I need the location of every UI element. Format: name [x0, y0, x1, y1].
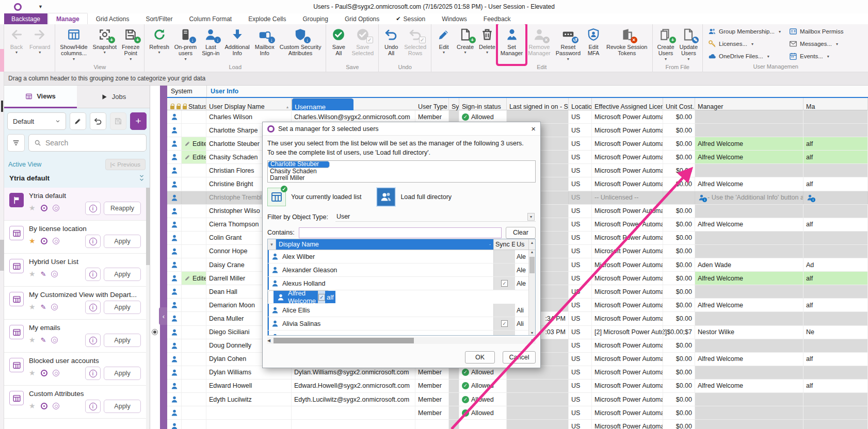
ribbon-button[interactable]: +Create▾	[454, 24, 476, 64]
dropdown-arrow-icon[interactable]: ▾	[527, 213, 535, 221]
view-info-button[interactable]: i	[85, 367, 101, 380]
ribbon-menu-button[interactable]: Events...▾	[789, 52, 843, 60]
favorite-star-icon[interactable]: ★	[29, 271, 36, 277]
apply-view-button[interactable]: Reapply	[104, 202, 141, 215]
checkbox-checked-icon[interactable]: ✓	[318, 294, 325, 301]
ribbon-menu-button[interactable]: Mailbox Permiss▾	[789, 27, 843, 36]
favorite-star-icon[interactable]: ★	[29, 370, 36, 376]
filter-button[interactable]	[7, 134, 25, 152]
sync-enabled-cell[interactable]: ✓	[493, 304, 515, 317]
favorite-star-icon[interactable]: ★	[29, 304, 36, 310]
ribbon-menu-button[interactable]: Messages...▾	[789, 40, 843, 48]
tab-views[interactable]: Views	[4, 86, 77, 108]
ribbon-tab[interactable]: ✔Column Format	[181, 13, 239, 24]
apply-view-button[interactable]: Apply	[104, 400, 141, 413]
sync-enabled-cell[interactable]: ✓	[493, 331, 515, 336]
ribbon-button[interactable]: ↓Custom Security Attributes▾	[277, 24, 324, 64]
apply-view-button[interactable]: Apply	[104, 367, 141, 380]
double-chevron-icon[interactable]	[139, 175, 144, 182]
ribbon-button[interactable]: ✎Update Users▾	[677, 24, 700, 64]
close-icon[interactable]: ×	[531, 125, 536, 133]
object-type-dropdown[interactable]: User▾	[335, 213, 536, 222]
user-row[interactable]: ✓ US Microsoft Power Automate $0.00	[167, 420, 868, 429]
sync-enabled-cell[interactable]: ✓	[493, 277, 515, 290]
ribbon-button[interactable]: Forward▾	[27, 24, 53, 64]
ribbon-button[interactable]: ×Remove Manager▾	[525, 24, 553, 64]
ribbon-tab[interactable]: ✔Sort/Filter	[138, 13, 180, 24]
ribbon-menu-button[interactable]: Licenses...▾	[708, 40, 781, 48]
view-card[interactable]: Ytria default ★ ✎ i Reapply	[4, 188, 146, 221]
scrollbar-thumb[interactable]	[274, 338, 414, 343]
search-input[interactable]	[45, 139, 141, 147]
directory-col-display-name[interactable]: Display Name-	[276, 239, 493, 250]
ribbon-button[interactable]: +Freeze Point▾	[119, 24, 142, 64]
directory-user-row[interactable]: Alfred Welcome ✓ alf	[268, 290, 330, 304]
sync-enabled-cell[interactable]: ✓	[493, 250, 515, 263]
ribbon-button[interactable]: Additional Info▾	[222, 24, 252, 64]
reset-view-button[interactable]	[90, 112, 106, 130]
favorite-star-icon[interactable]: ★	[29, 403, 36, 409]
ribbon-tab[interactable]: ✔Grid Options	[337, 13, 387, 24]
scroll-up-icon[interactable]: ▲	[528, 239, 535, 250]
clear-button[interactable]: Clear	[506, 227, 536, 239]
load-full-directory-button[interactable]: Load full directory	[377, 188, 452, 206]
manage-views-button[interactable]	[70, 112, 86, 130]
ribbon-tab[interactable]: ✔Manage	[49, 13, 87, 24]
apply-view-button[interactable]: Apply	[104, 334, 141, 347]
directory-user-row[interactable]: Alex Wilber ✓ Ale	[268, 250, 535, 263]
checkbox-checked-icon[interactable]: ✓	[501, 280, 508, 287]
ribbon-tab[interactable]: ✔Session	[388, 13, 433, 24]
horizontal-scrollbar[interactable]: ◀▶	[267, 337, 536, 344]
ribbon-button[interactable]: ×Revoke Session Tokens▾	[604, 24, 650, 64]
favorite-star-icon[interactable]: ★	[29, 238, 36, 244]
ribbon-button[interactable]: ✓Save Selected▾	[349, 24, 376, 64]
ribbon-tab[interactable]: ✔Explode Cells	[240, 13, 294, 24]
ribbon-button[interactable]: +Create Users▾	[655, 24, 677, 64]
view-selector[interactable]: Default	[7, 112, 66, 130]
view-info-button[interactable]: i	[85, 268, 101, 281]
add-view-button[interactable]: +	[130, 112, 147, 130]
directory-col-username[interactable]: Us	[515, 239, 528, 250]
currently-loaded-list-button[interactable]: ✓ Your currently loaded list	[267, 188, 361, 206]
ribbon-button[interactable]: ✓Selected Rows▾	[401, 24, 429, 64]
ribbon-button[interactable]: Edit▾	[433, 24, 454, 64]
view-info-button[interactable]: i	[85, 202, 101, 215]
tab-jobs[interactable]: Jobs	[77, 86, 150, 108]
grouping-zone[interactable]: Drag a column header to this grouping zo…	[0, 72, 868, 86]
ribbon-button[interactable]: Set Manager▾	[498, 24, 525, 64]
view-card[interactable]: Hybrid User List ★ ✎ i Apply	[4, 254, 146, 287]
backstage-button[interactable]: Backstage	[4, 13, 47, 24]
ribbon-button[interactable]: +Snapshot▾	[90, 24, 119, 64]
user-row[interactable]: Member ✓Allowed US Microsoft Power Autom…	[167, 406, 868, 420]
apply-view-button[interactable]: Apply	[104, 235, 141, 248]
vertical-scrollbar[interactable]: ▲▼	[528, 250, 535, 335]
ribbon-button[interactable]: Edit MFA▾	[583, 24, 604, 64]
ribbon-tab[interactable]: ✔Windows	[434, 13, 475, 24]
dialog-titlebar[interactable]: Set a manager for 3 selected users ×	[263, 122, 540, 136]
directory-user-row[interactable]: Alexander Gleason ✓ Ale	[268, 263, 535, 277]
checkbox-checked-icon[interactable]: ✓	[501, 320, 508, 327]
selected-user-item[interactable]: Darrell Miller	[268, 175, 535, 182]
ribbon-button[interactable]: ↺Reset Password▾	[553, 24, 583, 64]
ribbon-button[interactable]: ↓On-prem users▾	[172, 24, 199, 64]
ok-button[interactable]: OK	[465, 351, 495, 364]
ribbon-button[interactable]: Back▾	[6, 24, 27, 64]
apply-view-button[interactable]: Apply	[104, 301, 141, 314]
ribbon-button[interactable]: ↓Mailbox Info▾	[252, 24, 277, 64]
view-info-button[interactable]: i	[85, 400, 101, 413]
search-box[interactable]	[28, 134, 147, 152]
view-card[interactable]: Blocked user accounts ★ ✎ i Apply	[4, 353, 146, 386]
view-card[interactable]: Custom Attributes ★ ✎ i Apply	[4, 386, 146, 419]
sync-enabled-cell[interactable]: ✓	[493, 317, 515, 330]
view-info-button[interactable]: i	[85, 334, 101, 347]
sidebar-scrollbar[interactable]	[146, 188, 150, 429]
selected-user-item[interactable]: Chasity Schaden	[268, 168, 535, 175]
band-user-info[interactable]: User Info	[206, 86, 868, 97]
directory-user-row[interactable]: Alice Ellis ✓ Ali	[268, 304, 535, 317]
cancel-button[interactable]: Cancel	[503, 351, 536, 364]
directory-user-row[interactable]: ✓	[268, 331, 535, 336]
ribbon-button[interactable]: Delete▾	[476, 24, 498, 64]
sync-enabled-cell[interactable]: ✓	[318, 291, 325, 303]
view-card[interactable]: My emails ★ ✎ i Apply	[4, 320, 146, 353]
directory-col-sync[interactable]: Sync E...	[493, 239, 515, 250]
